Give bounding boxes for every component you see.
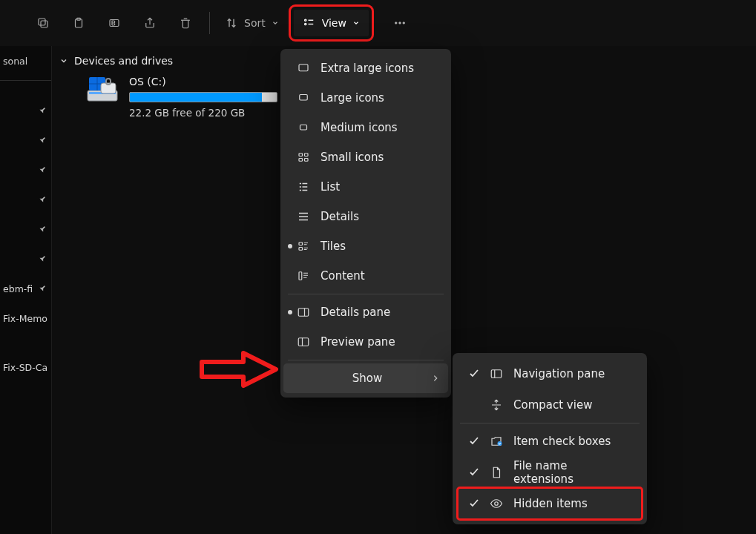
menu-item-label: Tiles bbox=[321, 240, 346, 253]
svg-rect-0 bbox=[41, 21, 47, 27]
svg-rect-17 bbox=[300, 125, 307, 130]
preview-pane-icon bbox=[297, 335, 310, 349]
drive-name: OS (C:) bbox=[129, 76, 277, 88]
pin-icon bbox=[36, 223, 48, 235]
view-label: View bbox=[322, 17, 346, 29]
submenu-item-item-check-boxes[interactable]: Item check boxes bbox=[458, 426, 641, 456]
sidebar-divider bbox=[0, 80, 51, 81]
pin-icon bbox=[36, 253, 48, 265]
submenu-item-label: Hidden items bbox=[513, 497, 588, 510]
view-button[interactable]: View bbox=[294, 10, 369, 36]
paste-button[interactable] bbox=[62, 8, 95, 38]
svg-point-9 bbox=[403, 22, 405, 24]
svg-point-5 bbox=[304, 19, 306, 21]
menu-item-content[interactable]: Content bbox=[283, 261, 448, 291]
section-title: Devices and drives bbox=[74, 55, 173, 67]
svg-rect-15 bbox=[299, 65, 308, 71]
svg-rect-19 bbox=[305, 154, 309, 156]
menu-item-show[interactable]: Show bbox=[283, 363, 448, 393]
check-icon bbox=[469, 498, 479, 509]
item-checkboxes-icon bbox=[490, 435, 503, 448]
sidebar-item-pin-2[interactable] bbox=[0, 125, 51, 155]
check-icon bbox=[469, 436, 479, 446]
sidebar-item-personal[interactable]: sonal bbox=[0, 46, 51, 76]
menu-item-small-icons[interactable]: Small icons bbox=[283, 142, 448, 172]
rename-button[interactable] bbox=[98, 8, 131, 38]
sidebar-item-label: Fix-SD-Ca bbox=[3, 362, 47, 373]
copy-button[interactable] bbox=[27, 8, 59, 38]
submenu-item-compact-view[interactable]: Compact view bbox=[458, 390, 641, 420]
sidebar-item-ebmfi[interactable]: ebm-fi bbox=[0, 274, 51, 303]
sidebar-item-pin-6[interactable] bbox=[0, 244, 51, 274]
delete-button[interactable] bbox=[169, 8, 202, 38]
view-menu: Extra large icons Large icons Medium ico… bbox=[280, 49, 451, 398]
menu-item-list[interactable]: List bbox=[283, 172, 448, 202]
small-icons-icon bbox=[297, 151, 310, 164]
menu-item-medium-icons[interactable]: Medium icons bbox=[283, 113, 448, 142]
sidebar-item-label: ebm-fi bbox=[3, 283, 33, 294]
menu-item-label: Details bbox=[321, 210, 359, 223]
menu-item-tiles[interactable]: Tiles bbox=[283, 231, 448, 261]
sidebar-item-fixmemo[interactable]: Fix-Memo bbox=[0, 303, 51, 333]
more-button[interactable] bbox=[384, 8, 416, 38]
drive-info: OS (C:) 22.2 GB free of 220 GB bbox=[129, 76, 277, 119]
sidebar-item-label: Fix-Memo bbox=[3, 313, 47, 324]
svg-rect-21 bbox=[305, 159, 309, 162]
extra-large-icons-icon bbox=[297, 62, 310, 75]
menu-item-label: Extra large icons bbox=[321, 62, 414, 75]
svg-rect-25 bbox=[298, 309, 309, 317]
submenu-item-label: Navigation pane bbox=[513, 367, 605, 380]
share-button[interactable] bbox=[134, 8, 166, 38]
tiles-icon bbox=[297, 240, 310, 253]
menu-item-label: Content bbox=[321, 269, 365, 283]
toolbar: Sort View bbox=[0, 0, 756, 46]
chevron-down-icon bbox=[59, 56, 68, 65]
sidebar-item-pin-3[interactable] bbox=[0, 155, 51, 185]
menu-divider bbox=[288, 360, 444, 360]
svg-rect-20 bbox=[299, 159, 303, 162]
sidebar-item-pin-4[interactable] bbox=[0, 185, 51, 214]
svg-rect-24 bbox=[299, 272, 302, 280]
content-icon bbox=[297, 269, 310, 283]
drive-free-text: 22.2 GB free of 220 GB bbox=[129, 107, 277, 119]
menu-item-label: Large icons bbox=[321, 91, 384, 105]
svg-rect-22 bbox=[299, 243, 303, 245]
drive-icon bbox=[86, 76, 119, 105]
menu-item-preview-pane[interactable]: Preview pane bbox=[283, 327, 448, 357]
menu-item-label: Show bbox=[297, 372, 438, 385]
svg-rect-26 bbox=[298, 338, 309, 346]
drive-usage-bar bbox=[129, 92, 277, 102]
toolbar-divider bbox=[209, 12, 210, 34]
menu-item-details[interactable]: Details bbox=[283, 202, 448, 231]
svg-point-29 bbox=[495, 502, 499, 506]
sidebar-item-fixsdca[interactable]: Fix-SD-Ca bbox=[0, 352, 51, 382]
menu-item-extra-large-icons[interactable]: Extra large icons bbox=[283, 53, 448, 83]
sort-button[interactable]: Sort bbox=[217, 8, 286, 38]
large-icons-icon bbox=[297, 91, 310, 105]
submenu-item-hidden-items[interactable]: Hidden items bbox=[458, 489, 641, 518]
submenu-divider bbox=[460, 423, 640, 423]
submenu-item-file-name-extensions[interactable]: File name extensions bbox=[458, 458, 641, 487]
menu-item-label: Small icons bbox=[321, 151, 384, 164]
medium-icons-icon bbox=[297, 121, 310, 134]
pin-icon bbox=[36, 194, 48, 205]
submenu-item-navigation-pane[interactable]: Navigation pane bbox=[458, 359, 641, 389]
svg-rect-16 bbox=[300, 95, 308, 101]
sidebar-item-pin-5[interactable] bbox=[0, 214, 51, 244]
sidebar-item-pin-1[interactable] bbox=[0, 96, 51, 125]
compact-view-icon bbox=[490, 398, 503, 412]
svg-rect-27 bbox=[491, 370, 502, 378]
menu-item-large-icons[interactable]: Large icons bbox=[283, 83, 448, 113]
menu-item-label: List bbox=[321, 180, 340, 194]
menu-item-label: Medium icons bbox=[321, 121, 398, 134]
file-extensions-icon bbox=[490, 466, 503, 479]
submenu-item-label: File name extensions bbox=[513, 459, 631, 486]
chevron-right-icon bbox=[432, 375, 439, 382]
menu-item-label: Preview pane bbox=[321, 335, 395, 349]
submenu-item-label: Compact view bbox=[513, 398, 592, 412]
menu-divider bbox=[288, 294, 444, 294]
svg-rect-1 bbox=[39, 19, 45, 25]
menu-item-details-pane[interactable]: Details pane bbox=[283, 297, 448, 327]
menu-item-label: Details pane bbox=[321, 306, 390, 319]
sidebar-item-label: sonal bbox=[3, 56, 27, 67]
